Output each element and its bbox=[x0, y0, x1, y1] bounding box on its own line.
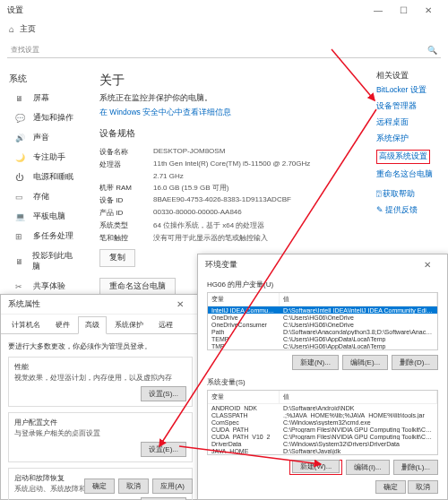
sysprops-title: 系统属性 bbox=[8, 298, 40, 310]
sys-vars-table[interactable]: 变量值 ANDROID_NDKD:\Software\Android\NDKCL… bbox=[207, 390, 438, 455]
envvars-cancel-button[interactable]: 取消 bbox=[408, 480, 438, 494]
home-label: 主页 bbox=[20, 23, 36, 35]
sysprops-tab[interactable]: 计算机名 bbox=[4, 316, 47, 333]
search-input[interactable]: 查找设置 🔍 bbox=[7, 42, 441, 58]
minimize-button[interactable]: — bbox=[366, 0, 391, 20]
env-var-row[interactable]: IntelIJ IDEA Community E...D:\Software\I… bbox=[208, 306, 437, 314]
envvars-titlebar: 环境变量 ✕ bbox=[198, 254, 447, 274]
related-settings-header: 相关设置 bbox=[376, 71, 439, 82]
sys-vars-label: 系统变量(S) bbox=[207, 377, 438, 387]
related-link[interactable]: 重命名这台电脑 bbox=[376, 169, 439, 180]
sidebar-item[interactable]: 🌙专注助手 bbox=[0, 148, 85, 168]
env-var-row[interactable]: OneDriveConsumerC:\Users\HG06\OneDrive bbox=[208, 321, 437, 328]
sidebar-item[interactable]: 🖥屏幕 bbox=[0, 89, 85, 108]
env-var-row[interactable]: ComSpecC:\Windows\system32\cmd.exe bbox=[208, 418, 437, 426]
sidebar-label: 屏幕 bbox=[33, 93, 49, 104]
envvars-close-button[interactable]: ✕ bbox=[415, 254, 440, 274]
search-placeholder: 查找设置 bbox=[11, 45, 39, 55]
env-var-row[interactable]: TEMPC:\Users\HG06\AppData\Local\Temp bbox=[208, 335, 437, 342]
related-link[interactable]: 设备管理器 bbox=[376, 101, 439, 112]
related-link[interactable]: 系统保护 bbox=[376, 134, 439, 144]
sidebar-item[interactable]: 🖥投影到此电脑 bbox=[0, 246, 85, 277]
feedback-link[interactable]: ✎ 提供反馈 bbox=[376, 205, 439, 216]
env-var-row[interactable]: CUDA_PATHC:\Program Files\NVIDIA GPU Com… bbox=[208, 426, 437, 433]
user-vars-label: HG06 的用户变量(U) bbox=[207, 280, 438, 289]
close-button[interactable]: ✕ bbox=[416, 0, 441, 20]
sysprops-tabs: 计算机名硬件高级系统保护远程 bbox=[1, 315, 200, 334]
sidebar-label: 投影到此电脑 bbox=[32, 251, 76, 272]
envvars-title: 环境变量 bbox=[205, 259, 237, 271]
sidebar-label: 存储 bbox=[33, 192, 49, 203]
sidebar-item[interactable]: ⏻电源和睡眠 bbox=[0, 168, 85, 187]
related-link[interactable]: 远程桌面 bbox=[376, 117, 439, 128]
envvars-ok-button[interactable]: 确定 bbox=[375, 480, 406, 494]
sidebar-label: 通知和操作 bbox=[33, 113, 73, 124]
settings-button[interactable]: 设置(S)... bbox=[141, 386, 186, 401]
sysprops-tab[interactable]: 高级 bbox=[78, 316, 107, 334]
copy-button[interactable]: 复制 bbox=[99, 249, 135, 267]
sidebar-label: 共享体验 bbox=[33, 281, 65, 292]
sidebar-item[interactable]: 💬通知和操作 bbox=[0, 108, 85, 128]
home-link[interactable]: ⌂ 主页 bbox=[0, 20, 448, 39]
related-settings-panel: 相关设置 BitLocker 设置设备管理器远程桌面系统保护高级系统设置重命名这… bbox=[376, 71, 439, 221]
user-delete-button[interactable]: 删除(D)... bbox=[392, 355, 438, 370]
home-icon: ⌂ bbox=[9, 24, 14, 34]
sidebar-icon: ⏻ bbox=[15, 173, 28, 182]
related-link[interactable]: BitLocker 设置 bbox=[376, 85, 439, 96]
system-properties-dialog: 系统属性 ✕ 计算机名硬件高级系统保护远程 要进行大多数更改，你必须作为管理员登… bbox=[0, 294, 201, 500]
settings-group: 性能视觉效果，处理器计划，内存使用，以及虚拟内存设置(S)... bbox=[8, 357, 193, 407]
sysprops-apply-button[interactable]: 应用(A) bbox=[152, 478, 193, 494]
sidebar-item[interactable]: ▭存储 bbox=[0, 187, 85, 207]
settings-group: 用户配置文件与登录账户相关的桌面设置设置(E)... bbox=[8, 412, 193, 462]
sidebar-icon: ✂ bbox=[15, 282, 28, 291]
window-title: 设置 bbox=[7, 4, 23, 16]
user-new-button[interactable]: 新建(N)... bbox=[292, 355, 339, 370]
env-var-row[interactable]: CLASSPATH.;%JAVA_HOME%\lib;%JAVA_HOME%\l… bbox=[208, 411, 437, 418]
sysprops-tab[interactable]: 系统保护 bbox=[108, 316, 151, 333]
env-var-row[interactable]: TMPC:\Users\HG06\AppData\Local\Temp bbox=[208, 342, 437, 349]
sys-edit-button[interactable]: 编辑(I)... bbox=[346, 460, 389, 475]
env-vars-dialog: 环境变量 ✕ HG06 的用户变量(U) 变量值 IntelIJ IDEA Co… bbox=[197, 254, 448, 500]
related-link[interactable]: 高级系统设置 bbox=[376, 150, 439, 164]
sidebar-item[interactable]: 💻平板电脑 bbox=[0, 207, 85, 227]
col-name: 变量 bbox=[208, 293, 280, 306]
sidebar-icon: ▭ bbox=[15, 193, 28, 202]
sysprops-close-button[interactable]: ✕ bbox=[168, 295, 193, 315]
sys-delete-button[interactable]: 删除(L)... bbox=[393, 460, 438, 475]
col-value: 值 bbox=[280, 293, 437, 306]
env-var-row[interactable]: PathD:\Software\Anaconda\python3.8;D:\So… bbox=[208, 328, 437, 335]
rename-pc-button[interactable]: 重命名这台电脑 bbox=[99, 278, 176, 296]
sidebar-label: 电源和睡眠 bbox=[33, 172, 73, 183]
sysprops-tab[interactable]: 硬件 bbox=[48, 316, 77, 333]
sysprops-titlebar: 系统属性 ✕ bbox=[1, 295, 200, 315]
sidebar-label: 专注助手 bbox=[33, 152, 65, 163]
window-controls: — ☐ ✕ bbox=[366, 0, 441, 20]
env-var-row[interactable]: DriverDataC:\Windows\System32\Drivers\Dr… bbox=[208, 440, 437, 447]
maximize-button[interactable]: ☐ bbox=[391, 0, 416, 20]
sidebar-icon: 💬 bbox=[15, 114, 28, 123]
get-help-link[interactable]: ⍰ 获取帮助 bbox=[376, 189, 439, 200]
env-var-row[interactable]: ANDROID_NDKD:\Software\Android\NDK bbox=[208, 404, 437, 411]
sysprops-intro: 要进行大多数更改，你必须作为管理员登录。 bbox=[8, 341, 193, 351]
search-icon: 🔍 bbox=[427, 46, 437, 55]
spec-row: 笔和触控没有可用于此显示器的笔或触控输入 bbox=[99, 231, 434, 244]
sys-new-button[interactable]: 新建(W)... bbox=[292, 460, 340, 473]
settings-button[interactable]: 设置(E)... bbox=[141, 442, 186, 457]
sidebar-label: 声音 bbox=[33, 133, 49, 143]
sidebar-item[interactable]: ⊞多任务处理 bbox=[0, 227, 85, 246]
titlebar: 设置 — ☐ ✕ bbox=[0, 0, 448, 20]
sysprops-cancel-button[interactable]: 取消 bbox=[118, 478, 149, 494]
env-var-row[interactable]: CUDA_PATH_V10_2C:\Program Files\NVIDIA G… bbox=[208, 433, 437, 440]
sysprops-tab[interactable]: 远程 bbox=[151, 316, 180, 333]
sidebar-icon: 💻 bbox=[15, 212, 28, 221]
user-vars-table[interactable]: 变量值 IntelIJ IDEA Community E...D:\Softwa… bbox=[207, 292, 438, 350]
sidebar-label: 多任务处理 bbox=[33, 231, 73, 242]
sidebar-item[interactable]: 🔊声音 bbox=[0, 128, 85, 148]
sidebar-icon: 🔊 bbox=[15, 134, 28, 142]
sidebar-icon: 🖥 bbox=[15, 94, 28, 103]
sidebar-icon: 🖥 bbox=[15, 257, 27, 266]
sysprops-ok-button[interactable]: 确定 bbox=[84, 478, 115, 494]
user-edit-button[interactable]: 编辑(E)... bbox=[342, 355, 388, 370]
env-var-row[interactable]: JAVA_HOMED:\Software\Java\jdk bbox=[208, 447, 437, 454]
env-var-row[interactable]: OneDriveC:\Users\HG06\OneDrive bbox=[208, 314, 437, 321]
